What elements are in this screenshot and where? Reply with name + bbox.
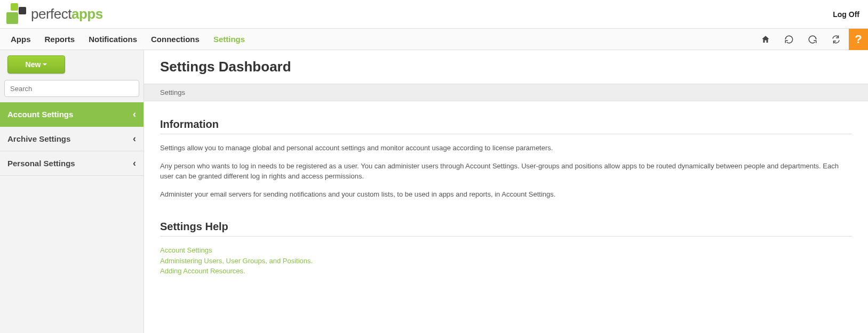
top-bar: perfectapps Log Off xyxy=(0,0,868,29)
sidebar-item-label: Personal Settings xyxy=(7,159,75,168)
sidebar-item-personal-settings[interactable]: Personal Settings ‹ xyxy=(0,151,144,176)
chevron-left-icon: ‹ xyxy=(133,133,136,144)
logo: perfectapps xyxy=(4,3,103,26)
caret-down-icon xyxy=(43,63,47,66)
logo-apps: apps xyxy=(71,6,103,22)
help-link-account-settings[interactable]: Account Settings xyxy=(160,245,852,256)
logo-icon xyxy=(4,3,28,26)
chevron-left-icon: ‹ xyxy=(133,158,136,169)
new-button[interactable]: New xyxy=(7,55,65,74)
info-paragraph-1: Settings allow you to manage global and … xyxy=(160,143,852,153)
refresh-cw-icon[interactable] xyxy=(802,29,823,50)
nav-reports[interactable]: Reports xyxy=(45,35,75,44)
nav-apps[interactable]: Apps xyxy=(11,35,31,44)
logo-text: perfectapps xyxy=(31,6,103,22)
sidebar-item-archive-settings[interactable]: Archive Settings ‹ xyxy=(0,127,144,151)
logo-perfect: perfect xyxy=(31,6,71,22)
sidebar-item-label: Account Settings xyxy=(7,110,73,119)
help-links: Account Settings Administering Users, Us… xyxy=(160,245,852,277)
sidebar-item-label: Archive Settings xyxy=(7,134,70,143)
main-content: Settings Dashboard Settings Information … xyxy=(144,50,868,333)
body-wrap: New Account Settings ‹ Archive Settings … xyxy=(0,50,868,333)
search-input[interactable] xyxy=(4,80,139,97)
help-heading: Settings Help xyxy=(160,221,852,237)
refresh-ccw-icon[interactable] xyxy=(778,29,800,50)
page-title: Settings Dashboard xyxy=(144,50,868,84)
help-link-adding-resources[interactable]: Adding Account Resources. xyxy=(160,266,852,277)
nav-settings[interactable]: Settings xyxy=(213,35,245,44)
logoff-link[interactable]: Log Off xyxy=(833,10,859,19)
nav-right: ? xyxy=(755,29,868,50)
breadcrumb: Settings xyxy=(144,84,868,101)
nav-bar: Apps Reports Notifications Connections S… xyxy=(0,29,868,50)
help-link-administering-users[interactable]: Administering Users, User Groups, and Po… xyxy=(160,256,852,266)
info-heading: Information xyxy=(160,118,852,134)
nav-connections[interactable]: Connections xyxy=(151,35,200,44)
info-paragraph-3: Administer your email servers for sendin… xyxy=(160,189,852,200)
home-icon[interactable] xyxy=(755,29,776,50)
info-paragraph-2: Any person who wants to log in needs to … xyxy=(160,161,852,182)
sidebar-item-account-settings[interactable]: Account Settings ‹ xyxy=(0,102,144,127)
sync-icon[interactable] xyxy=(825,29,847,50)
chevron-left-icon: ‹ xyxy=(133,109,136,120)
nav-notifications[interactable]: Notifications xyxy=(89,35,137,44)
nav-left: Apps Reports Notifications Connections S… xyxy=(11,35,245,44)
sidebar: New Account Settings ‹ Archive Settings … xyxy=(0,50,144,333)
help-button[interactable]: ? xyxy=(849,29,868,50)
new-button-label: New xyxy=(26,60,41,69)
